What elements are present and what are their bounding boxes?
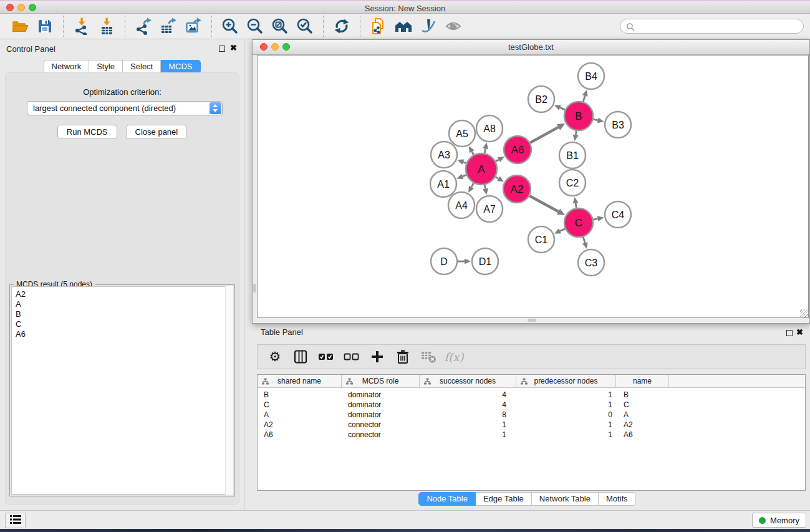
table-row[interactable]: Adominator80A [258, 410, 805, 420]
table-options-icon[interactable]: ⚙ [265, 347, 285, 367]
search-input[interactable] [637, 21, 798, 32]
refresh-network-icon[interactable] [330, 15, 353, 37]
tab-select[interactable]: Select [123, 60, 161, 74]
edge-D-D1[interactable] [458, 259, 471, 264]
column-browser-icon[interactable] [291, 347, 311, 367]
close-table-panel-icon[interactable]: ✖ [796, 327, 803, 337]
window-resize-grip[interactable] [800, 309, 808, 317]
result-item[interactable]: A6 [16, 329, 233, 339]
memory-button[interactable]: Memory [752, 513, 806, 528]
deselect-all-icon[interactable] [342, 347, 362, 367]
column-header-successor-nodes[interactable]: successor nodes [420, 375, 516, 387]
node-A3[interactable]: A3 [431, 142, 457, 168]
tab-network[interactable]: Network [43, 60, 89, 74]
edge-A-A5[interactable] [469, 146, 475, 155]
export-network-icon[interactable] [132, 15, 155, 37]
table-tab-motifs[interactable]: Motifs [599, 492, 636, 506]
edge-A-A4[interactable] [468, 183, 474, 193]
node-A[interactable]: A [466, 153, 497, 185]
delete-row-icon[interactable] [393, 347, 413, 367]
edge-A-A6[interactable] [496, 157, 504, 162]
table-row[interactable]: A2connector11A2 [258, 420, 805, 430]
select-all-icon[interactable] [316, 347, 336, 367]
node-C1[interactable]: C1 [528, 226, 554, 253]
add-row-icon[interactable] [367, 347, 387, 367]
node-A2[interactable]: A2 [503, 175, 531, 203]
import-network-icon[interactable] [70, 15, 93, 37]
column-header-name[interactable]: name [616, 375, 669, 387]
table-row[interactable]: Cdominator41C [258, 400, 805, 410]
function-builder-icon[interactable]: f(x) [444, 347, 464, 367]
column-header-shared-name[interactable]: shared name [258, 375, 342, 387]
node-A6[interactable]: A6 [504, 136, 531, 163]
table-row[interactable]: A6connector11A6 [258, 430, 805, 440]
edge-C-C3[interactable] [582, 237, 588, 249]
criterion-dropdown[interactable]: largest connected component (directed) [27, 101, 223, 115]
node-A4[interactable]: A4 [448, 192, 475, 218]
node-A7[interactable]: A7 [476, 196, 503, 222]
task-history-button[interactable] [5, 513, 26, 528]
close-panel-icon[interactable]: ✖ [230, 43, 237, 53]
delete-table-icon[interactable] [418, 347, 438, 367]
open-file-icon[interactable] [9, 15, 31, 37]
node-B2[interactable]: B2 [528, 86, 554, 112]
result-scrollbar[interactable] [225, 286, 233, 495]
edge-B-B3[interactable] [593, 117, 604, 123]
edge-C-C2[interactable] [573, 197, 579, 208]
edge-A-A8[interactable] [483, 143, 488, 153]
show-graphics-details-icon[interactable] [442, 15, 465, 37]
column-header-predecessor-nodes[interactable]: predecessor nodes [516, 375, 616, 387]
edge-A6-B[interactable] [530, 123, 565, 143]
network-window-titlebar[interactable]: testGlobe.txt [253, 40, 809, 55]
first-neighbors-icon[interactable] [392, 15, 415, 37]
edge-A-A2[interactable] [496, 176, 504, 181]
import-table-icon[interactable] [95, 15, 118, 37]
node-C2[interactable]: C2 [559, 170, 586, 196]
export-image-icon[interactable] [182, 15, 205, 37]
edge-B-B1[interactable] [573, 131, 579, 142]
edge-A-A7[interactable] [483, 185, 488, 195]
hide-annotations-icon[interactable] [417, 15, 440, 37]
edge-A2-C[interactable] [529, 196, 565, 215]
table-tab-edge-table[interactable]: Edge Table [476, 492, 532, 506]
export-table-icon[interactable] [157, 15, 180, 37]
edge-A-A3[interactable] [457, 160, 466, 165]
tab-mcds[interactable]: MCDS [161, 60, 200, 74]
column-header-MCDS-role[interactable]: MCDS role [342, 375, 420, 387]
zoom-fit-icon[interactable] [269, 15, 291, 37]
node-D1[interactable]: D1 [472, 248, 498, 274]
node-B1[interactable]: B1 [559, 142, 586, 168]
node-A1[interactable]: A1 [430, 171, 456, 197]
zoom-in-icon[interactable] [219, 15, 241, 37]
network-hscroll-thumb[interactable] [528, 319, 536, 322]
clone-network-icon[interactable] [367, 15, 390, 37]
result-item[interactable]: A2 [16, 289, 233, 299]
node-B[interactable]: B [564, 102, 593, 130]
node-C3[interactable]: C3 [578, 249, 604, 276]
table-row[interactable]: Bdominator41B [258, 390, 805, 400]
run-mcds-button[interactable]: Run MCDS [57, 125, 117, 139]
float-panel-icon[interactable] [219, 46, 225, 52]
node-D[interactable]: D [431, 248, 457, 274]
table-tab-node-table[interactable]: Node Table [418, 492, 476, 506]
result-item[interactable]: B [16, 309, 233, 319]
node-A5[interactable]: A5 [449, 120, 475, 147]
edge-A-A1[interactable] [456, 174, 466, 179]
network-canvas[interactable]: B4B2BB3A8A5A6A3B1AA1C2A2A4A7C4CC1DD1C3 [257, 55, 809, 318]
search-box[interactable] [620, 19, 804, 34]
edge-C-C4[interactable] [594, 216, 604, 221]
result-item[interactable]: C [16, 319, 233, 329]
zoom-selected-icon[interactable] [294, 15, 316, 37]
edge-C-C1[interactable] [554, 228, 565, 233]
float-table-panel-icon[interactable] [786, 330, 793, 336]
edge-B-B2[interactable] [554, 105, 565, 110]
node-B4[interactable]: B4 [578, 63, 604, 89]
table-tab-network-table[interactable]: Network Table [532, 492, 599, 506]
network-vscroll-thumb[interactable] [253, 284, 256, 293]
save-session-icon[interactable] [34, 15, 56, 37]
node-C[interactable]: C [564, 208, 593, 237]
node-C4[interactable]: C4 [605, 201, 631, 228]
node-B3[interactable]: B3 [605, 112, 631, 138]
tab-style[interactable]: Style [89, 60, 123, 74]
zoom-out-icon[interactable] [244, 15, 266, 37]
